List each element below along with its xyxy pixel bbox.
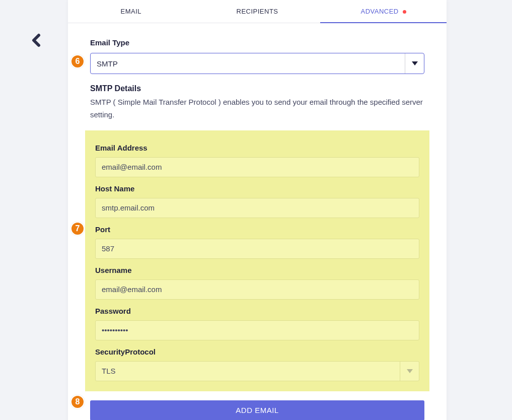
chevron-down-icon: [405, 53, 424, 74]
form-content: Email Type SMTP SMTP Details SMTP ( Simp…: [68, 23, 447, 420]
back-chevron-icon[interactable]: [31, 33, 41, 49]
smtp-details-description: SMTP ( Simple Mail Transfer Protocol ) e…: [90, 96, 424, 121]
email-address-label: Email Address: [95, 144, 419, 152]
tab-advanced-label: ADVANCED: [360, 8, 398, 15]
username-label: Username: [95, 266, 419, 274]
chevron-down-icon: [400, 362, 419, 381]
password-label: Password: [95, 307, 419, 315]
email-type-value: SMTP: [91, 53, 405, 74]
tab-bar: EMAIL RECIPIENTS ADVANCED: [68, 0, 447, 23]
smtp-details-heading: SMTP Details: [90, 84, 424, 93]
tab-email-label: EMAIL: [121, 8, 142, 15]
alert-dot-icon: [403, 10, 406, 14]
port-label: Port: [95, 225, 419, 234]
email-type-select[interactable]: SMTP: [90, 53, 424, 74]
tab-email[interactable]: EMAIL: [68, 0, 194, 23]
email-type-label: Email Type: [90, 38, 424, 47]
annotation-badge-6: 6: [70, 54, 85, 68]
tab-recipients-label: RECIPIENTS: [237, 8, 278, 15]
tab-recipients[interactable]: RECIPIENTS: [194, 0, 321, 23]
password-input[interactable]: [95, 320, 419, 340]
svg-marker-0: [412, 61, 418, 65]
host-name-label: Host Name: [95, 184, 419, 193]
svg-marker-1: [407, 369, 413, 373]
smtp-details-box: Email Address Host Name Port Username Pa…: [85, 130, 429, 391]
host-name-input[interactable]: [95, 198, 419, 218]
annotation-badge-8: 8: [70, 395, 85, 409]
security-protocol-select[interactable]: TLS: [95, 361, 419, 381]
port-input[interactable]: [95, 239, 419, 259]
security-protocol-label: SecurityProtocol: [95, 347, 419, 356]
tab-advanced[interactable]: ADVANCED: [320, 0, 447, 23]
add-email-button[interactable]: ADD EMAIL: [90, 400, 424, 421]
settings-panel: EMAIL RECIPIENTS ADVANCED Email Type SMT…: [68, 0, 447, 420]
email-address-input[interactable]: [95, 157, 419, 177]
username-input[interactable]: [95, 279, 419, 300]
security-protocol-value: TLS: [96, 362, 400, 381]
annotation-badge-7: 7: [70, 222, 85, 236]
